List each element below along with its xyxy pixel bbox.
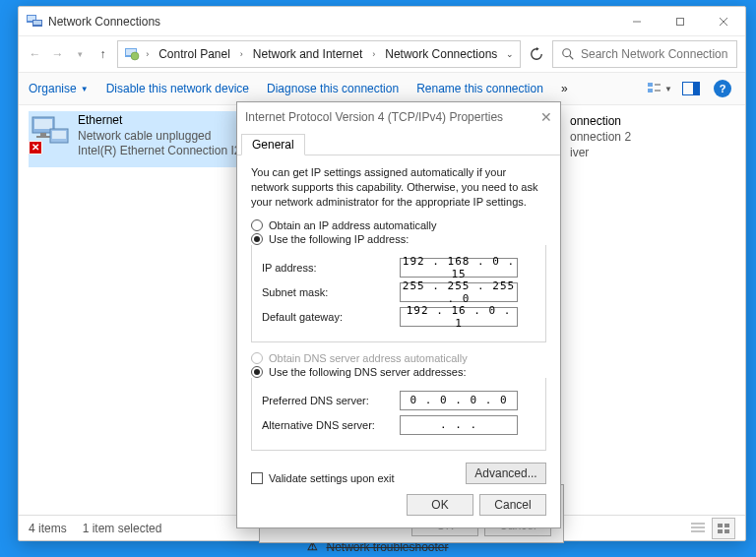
search-icon [561,47,575,61]
refresh-button[interactable] [527,40,546,68]
tab-general[interactable]: General [241,134,305,155]
nav-recent-dropdown[interactable]: ▾ [72,42,89,66]
radio-icon [251,233,263,245]
control-panel-icon [124,45,140,64]
radio-use-ip[interactable]: Use the following IP address: [251,233,546,245]
gateway-input[interactable]: 192 . 16 . 0 . 1 [400,307,518,327]
svg-rect-24 [52,131,66,139]
connection-item-ethernet[interactable]: ✕ Ethernet Network cable unplugged Intel… [29,111,255,167]
organise-menu[interactable]: Organise▼ [29,82,89,95]
intro-text: You can get IP settings assigned automat… [251,165,546,210]
breadcrumb[interactable]: › Control Panel › Network and Internet ›… [117,40,521,68]
svg-point-11 [563,49,571,57]
dialog-title: Internet Protocol Version 4 (TCP/IPv4) P… [245,110,503,124]
svg-rect-34 [718,524,723,527]
subnet-mask-label: Subnet mask: [262,286,400,298]
checkbox-icon [251,472,263,484]
crumb-network-internet[interactable]: Network and Internet [249,47,366,61]
cancel-button[interactable]: Cancel [479,494,546,516]
search-box[interactable] [552,40,737,68]
command-bar: Organise▼ Disable this network device Di… [19,72,745,105]
nav-up-button[interactable]: ↑ [94,42,111,66]
ipv4-properties-dialog: Internet Protocol Version 4 (TCP/IPv4) P… [236,101,561,528]
overflow-button[interactable]: » [561,82,568,95]
ip-group: IP address: 192 . 168 . 0 . 15 Subnet ma… [251,245,546,342]
ip-address-label: IP address: [262,262,400,274]
status-selected: 1 item selected [83,522,162,535]
help-button[interactable]: ? [710,76,735,101]
advanced-button[interactable]: Advanced... [466,463,546,484]
svg-rect-18 [693,83,700,95]
change-view-button[interactable]: ▼ [647,76,672,101]
ethernet-icon: ✕ [31,113,70,153]
details-view-button[interactable] [686,518,710,539]
connection-status: Network cable unplugged [78,129,253,145]
breadcrumb-dropdown[interactable]: ⌄ [506,49,514,59]
preferred-dns-label: Preferred DNS server: [262,395,400,406]
connection-name: Ethernet [78,113,253,129]
error-x-icon: ✕ [29,141,42,155]
disable-device-button[interactable]: Disable this network device [106,82,249,95]
svg-rect-3 [33,21,41,25]
nav-forward-button[interactable]: → [49,42,66,66]
window-title: Network Connections [48,15,160,29]
close-button[interactable] [702,7,745,36]
window-icon [27,12,42,31]
dns-group: Preferred DNS server: 0 . 0 . 0 . 0 Alte… [251,378,546,451]
connection-adapter: Intel(R) Ethernet Connection I219-… [78,144,253,159]
svg-rect-14 [648,89,653,93]
rename-connection-button[interactable]: Rename this connection [416,82,543,95]
alternative-dns-label: Alternative DNS server: [262,419,400,431]
radio-obtain-ip-auto[interactable]: Obtain an IP address automatically [251,219,546,231]
subnet-mask-input[interactable]: 255 . 255 . 255 . 0 [400,282,518,302]
ok-button[interactable]: OK [407,494,473,516]
svg-rect-13 [648,83,653,87]
chevron-right-icon: › [368,49,379,59]
radio-icon [251,219,263,231]
validate-settings-checkbox[interactable]: Validate settings upon exit [251,472,395,484]
crumb-control-panel[interactable]: Control Panel [155,47,234,61]
crumb-network-connections[interactable]: Network Connections [381,47,501,61]
preview-pane-button[interactable] [678,76,704,101]
svg-rect-35 [724,524,729,527]
ip-address-input[interactable]: 192 . 168 . 0 . 15 [400,258,518,278]
dialog-close-button[interactable]: ✕ [540,109,552,125]
dialog-titlebar[interactable]: Internet Protocol Version 4 (TCP/IPv4) P… [237,102,560,132]
svg-rect-20 [34,119,52,129]
radio-use-dns[interactable]: Use the following DNS server addresses: [251,366,546,378]
svg-rect-36 [718,529,723,533]
maximize-button[interactable] [659,7,702,36]
svg-rect-5 [677,18,684,25]
search-input[interactable] [581,47,728,61]
thumbnails-view-button[interactable] [712,518,735,539]
nav-back-button[interactable]: ← [27,42,43,66]
minimize-button[interactable] [615,7,659,36]
svg-rect-21 [40,133,46,136]
connection-item-partial[interactable]: onnection onnection 2 iver [570,113,718,161]
status-count: 4 items [29,522,67,535]
titlebar: Network Connections [19,7,745,36]
alternative-dns-input[interactable]: . . . [400,415,518,435]
chevron-right-icon: › [236,49,247,59]
radio-obtain-dns-auto: Obtain DNS server address automatically [251,352,546,364]
svg-line-12 [570,56,574,60]
radio-icon [251,352,263,364]
preferred-dns-input[interactable]: 0 . 0 . 0 . 0 [400,391,518,410]
svg-rect-22 [36,136,50,138]
radio-icon [251,366,263,378]
diagnose-connection-button[interactable]: Diagnose this connection [267,82,399,95]
svg-rect-37 [724,529,729,533]
gateway-label: Default gateway: [262,311,400,323]
navbar: ← → ▾ ↑ › Control Panel › Network and In… [19,36,745,72]
chevron-right-icon: › [142,49,153,59]
svg-point-10 [131,52,139,60]
